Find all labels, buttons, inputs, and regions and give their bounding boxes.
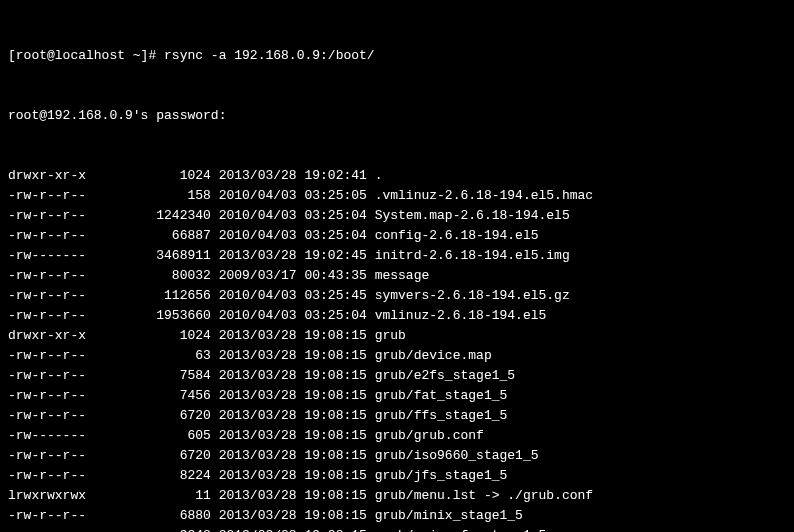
listing-row: drwxr-xr-x 1024 2013/03/28 19:08:15 grub (8, 326, 786, 346)
listing-row: -rw-r--r-- 7584 2013/03/28 19:08:15 grub… (8, 366, 786, 386)
listing-row: -rw-r--r-- 158 2010/04/03 03:25:05 .vmli… (8, 186, 786, 206)
command-line: [root@localhost ~]# rsync -a 192.168.0.9… (8, 46, 786, 66)
listing-row: -rw-r--r-- 6880 2013/03/28 19:08:15 grub… (8, 506, 786, 526)
listing-row: -rw-r--r-- 7456 2013/03/28 19:08:15 grub… (8, 386, 786, 406)
listing-row: -rw-r--r-- 9248 2013/03/28 19:08:15 grub… (8, 526, 786, 532)
listing-row: -rw-r--r-- 1953660 2010/04/03 03:25:04 v… (8, 306, 786, 326)
file-listing: drwxr-xr-x 1024 2013/03/28 19:02:41 .-rw… (8, 166, 786, 532)
listing-row: drwxr-xr-x 1024 2013/03/28 19:02:41 . (8, 166, 786, 186)
password-prompt: root@192.168.0.9's password: (8, 106, 786, 126)
listing-row: -rw-r--r-- 63 2013/03/28 19:08:15 grub/d… (8, 346, 786, 366)
listing-row: lrwxrwxrwx 11 2013/03/28 19:08:15 grub/m… (8, 486, 786, 506)
listing-row: -rw-r--r-- 66887 2010/04/03 03:25:04 con… (8, 226, 786, 246)
terminal[interactable]: [root@localhost ~]# rsync -a 192.168.0.9… (0, 0, 794, 532)
listing-row: -rw------- 3468911 2013/03/28 19:02:45 i… (8, 246, 786, 266)
listing-row: -rw-r--r-- 8224 2013/03/28 19:08:15 grub… (8, 466, 786, 486)
listing-row: -rw------- 605 2013/03/28 19:08:15 grub/… (8, 426, 786, 446)
listing-row: -rw-r--r-- 1242340 2010/04/03 03:25:04 S… (8, 206, 786, 226)
listing-row: -rw-r--r-- 112656 2010/04/03 03:25:45 sy… (8, 286, 786, 306)
listing-row: -rw-r--r-- 6720 2013/03/28 19:08:15 grub… (8, 406, 786, 426)
listing-row: -rw-r--r-- 80032 2009/03/17 00:43:35 mes… (8, 266, 786, 286)
listing-row: -rw-r--r-- 6720 2013/03/28 19:08:15 grub… (8, 446, 786, 466)
